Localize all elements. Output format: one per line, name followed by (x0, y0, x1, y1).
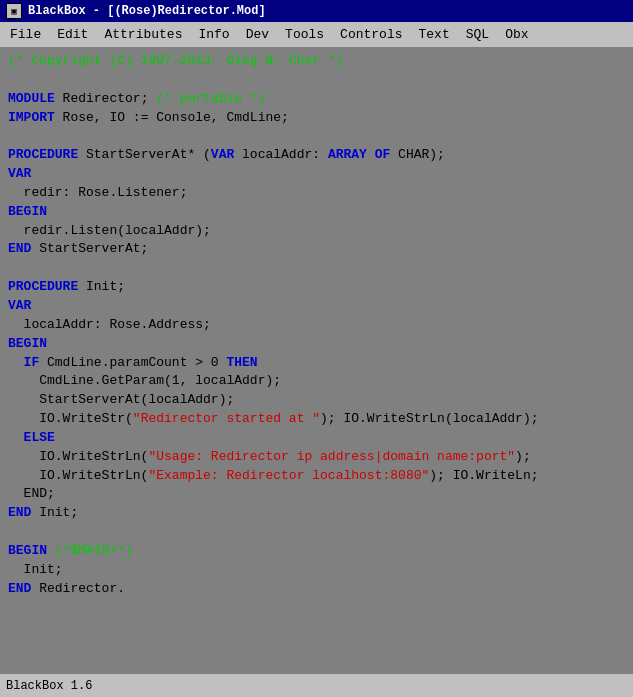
code-line: (* Copyright (C) 1997-2013, Oleg N. Cher… (8, 52, 625, 71)
menu-item-edit[interactable]: Edit (49, 24, 96, 45)
menu-item-dev[interactable]: Dev (238, 24, 277, 45)
code-line: PROCEDURE StartServerAt* (VAR localAddr:… (8, 146, 625, 165)
status-bar: BlackBox 1.6 (0, 673, 633, 697)
code-line (8, 523, 625, 542)
code-line: PROCEDURE Init; (8, 278, 625, 297)
menu-item-attributes[interactable]: Attributes (96, 24, 190, 45)
code-line: IMPORT Rose, IO := Console, CmdLine; (8, 109, 625, 128)
code-line (8, 127, 625, 146)
code-line: BEGIN (8, 203, 625, 222)
status-text: BlackBox 1.6 (6, 679, 92, 693)
menu-bar: FileEditAttributesInfoDevToolsControlsTe… (0, 22, 633, 48)
code-line: IO.WriteStrLn("Example: Redirector local… (8, 467, 625, 486)
code-line (8, 71, 625, 90)
menu-item-file[interactable]: File (2, 24, 49, 45)
title-bar: ▣ BlackBox - [(Rose)Redirector.Mod] (0, 0, 633, 22)
code-line: ELSE (8, 429, 625, 448)
code-line: IO.WriteStr("Redirector started at "); I… (8, 410, 625, 429)
code-line: END StartServerAt; (8, 240, 625, 259)
menu-item-text[interactable]: Text (411, 24, 458, 45)
menu-item-sql[interactable]: SQL (458, 24, 497, 45)
code-editor: (* Copyright (C) 1997-2013, Oleg N. Cher… (0, 48, 633, 673)
code-line: StartServerAt(localAddr); (8, 391, 625, 410)
code-line: CmdLine.GetParam(1, localAddr); (8, 372, 625, 391)
code-line: END Redirector. (8, 580, 625, 599)
code-line: localAddr: Rose.Address; (8, 316, 625, 335)
code-line: redir: Rose.Listener; (8, 184, 625, 203)
code-line: VAR (8, 297, 625, 316)
code-line: END; (8, 485, 625, 504)
menu-item-info[interactable]: Info (190, 24, 237, 45)
code-line: IO.WriteStrLn("Usage: Redirector ip addr… (8, 448, 625, 467)
menu-item-controls[interactable]: Controls (332, 24, 410, 45)
menu-item-obx[interactable]: Obx (497, 24, 536, 45)
menu-item-tools[interactable]: Tools (277, 24, 332, 45)
code-line: BEGIN (8, 335, 625, 354)
code-line: Init; (8, 561, 625, 580)
code-line: BEGIN (*$MAIN+*) (8, 542, 625, 561)
window-title: BlackBox - [(Rose)Redirector.Mod] (28, 4, 266, 18)
code-line: MODULE Redirector; (* portable *) (8, 90, 625, 109)
code-line: VAR (8, 165, 625, 184)
code-line (8, 259, 625, 278)
code-line: END Init; (8, 504, 625, 523)
code-line: IF CmdLine.paramCount > 0 THEN (8, 354, 625, 373)
app-icon: ▣ (6, 3, 22, 19)
code-line: redir.Listen(localAddr); (8, 222, 625, 241)
